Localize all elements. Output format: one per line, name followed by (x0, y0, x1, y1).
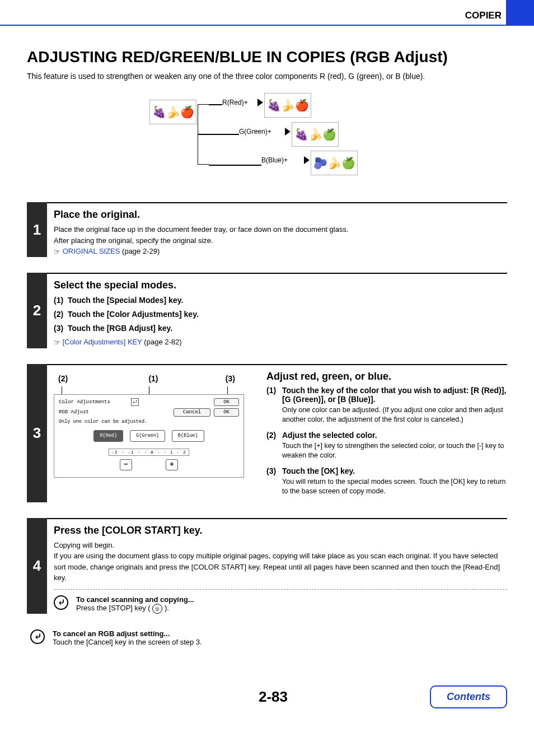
step-title: Adjust red, green, or blue. (266, 371, 507, 382)
enum-body: You will return to the special modes scr… (266, 477, 507, 497)
arrow-icon (294, 154, 310, 166)
step-text: If you are using the document glass to c… (54, 550, 507, 584)
enum-head: Touch the key of the color that you wish… (282, 386, 507, 404)
step-text: After placing the original, specify the … (54, 235, 507, 246)
panel-info: Only one color can be adjusted. (59, 419, 239, 424)
fruit-icon: 🍇🍌🍎 (152, 106, 194, 118)
dashed-separator (54, 589, 507, 590)
ok-button[interactable]: OK (214, 408, 239, 417)
g-result-box: 🍇🍌🍏 (292, 122, 339, 147)
cancel-icon: ⤶ (54, 595, 68, 610)
b-label: B(Blue)+ (261, 156, 288, 164)
pointer-icon: ☞ (54, 248, 60, 256)
substep: Touch the [RGB Adjust] key. (68, 324, 172, 333)
stop-key-icon: ◎ (152, 604, 162, 614)
page-title: ADJUSTING RED/GREEN/BLUE IN COPIES (RGB … (27, 48, 507, 66)
enum-body: Touch the [+] key to strengthen the sele… (266, 441, 507, 461)
ok-top-button[interactable]: OK (214, 398, 239, 407)
step-text: Place the original face up in the docume… (54, 224, 507, 235)
enum-head: Adjust the selected color. (282, 431, 377, 440)
plus-button[interactable]: + (166, 459, 178, 470)
r-color-button[interactable]: R(Red) (93, 430, 123, 441)
footnote-title: To cancel an RGB adjust setting... (53, 629, 170, 638)
enum-body: Only one color can be adjusted. (If you … (266, 405, 507, 425)
pointer-icon: ☞ (54, 338, 60, 347)
step-number: 3 (27, 364, 47, 502)
b-result-box: 🫐🍌🍏 (311, 151, 358, 175)
page-footer: 2-83 Contents (0, 685, 534, 725)
cancel-body: ). (165, 604, 169, 612)
r-result-box: 🍇🍌🍎 (264, 93, 311, 118)
step-number: 4 (27, 518, 47, 614)
intro-text: This feature is used to strengthen or we… (27, 72, 507, 81)
contents-button[interactable]: Contents (430, 685, 507, 708)
step-text: Copying will begin. (54, 540, 507, 551)
step-number: 1 (27, 202, 47, 257)
enum-num: (2) (54, 310, 63, 319)
page-ref: (page 2-82) (144, 338, 181, 346)
enum-num: (1) (266, 386, 282, 404)
step-title: Press the [COLOR START] key. (54, 525, 507, 536)
cancel-icon: ⤶ (30, 629, 45, 644)
b-color-button[interactable]: B(Blue) (172, 430, 204, 441)
substep: Touch the [Special Modes] key. (68, 296, 183, 305)
fruit-icon: 🫐🍌🍏 (313, 157, 355, 169)
enum-num: (3) (54, 324, 63, 333)
enum-num: (2) (266, 431, 282, 440)
panel-subtitle: RGB Adjust (59, 409, 174, 416)
original-sizes-link[interactable]: ORIGINAL SIZES (63, 247, 120, 255)
enum-num: (1) (54, 296, 63, 305)
callout-1: (1) (113, 374, 180, 383)
footnote-body: Touch the [Cancel] key in the screen of … (53, 638, 202, 646)
cancel-title: To cancel scanning and copying... (76, 595, 194, 604)
fruit-icon: 🍇🍌🍎 (267, 100, 309, 111)
rgb-diagram: 🍇🍌🍎 R(Red)+ 🍇🍌🍎 G(Green)+ 🍇🍌🍏 B(Blue)+ 🫐… (27, 94, 507, 180)
color-adjustments-link[interactable]: [Color Adjustments] KEY (63, 338, 142, 346)
minus-button[interactable]: − (120, 459, 132, 470)
arrow-icon (275, 125, 291, 138)
step-title: Place the original. (54, 209, 507, 221)
footer-note: ⤶ To cancel an RGB adjust setting... Tou… (27, 629, 507, 646)
source-fruit-box: 🍇🍌🍎 (149, 100, 196, 124)
header-tab (506, 0, 534, 25)
g-label: G(Green)+ (239, 128, 271, 136)
header-section: COPIER (0, 3, 506, 25)
step-4: 4 Press the [COLOR START] key. Copying w… (27, 518, 507, 614)
step-1: 1 Place the original. Place the original… (27, 202, 507, 257)
g-color-button[interactable]: G(Green) (130, 430, 165, 441)
scale-bar: -2 · -1 · · 0 · · 1 · 2 (109, 449, 189, 456)
step-title: Select the special modes. (54, 279, 507, 291)
cancel-body: Press the [STOP] key ( (76, 604, 151, 612)
page-number: 2-83 (116, 688, 430, 706)
return-icon[interactable]: ⮐ (131, 398, 139, 406)
substep: Touch the [Color Adjustments] key. (68, 310, 199, 319)
fruit-icon: 🍇🍌🍏 (294, 129, 336, 140)
enum-head: Touch the [OK] key. (282, 466, 355, 475)
cancel-button[interactable]: Cancel (174, 408, 210, 417)
step-number: 2 (27, 273, 47, 348)
step-2: 2 Select the special modes. (1) Touch th… (27, 273, 507, 348)
header-bar: COPIER (0, 0, 534, 26)
page-ref: (page 2-29) (122, 247, 160, 255)
enum-num: (3) (266, 466, 282, 475)
r-label: R(Red)+ (222, 99, 248, 106)
arrow-icon (247, 96, 263, 109)
callout-3: (3) (181, 374, 244, 383)
step-3: 3 (2) (1) (3) Color Adjustments ⮐ (27, 364, 507, 502)
panel-breadcrumb: Color Adjustments (59, 399, 128, 405)
rgb-adjust-panel: Color Adjustments ⮐ OK RGB Adjust Cancel… (54, 394, 244, 478)
callout-2: (2) (54, 374, 113, 383)
